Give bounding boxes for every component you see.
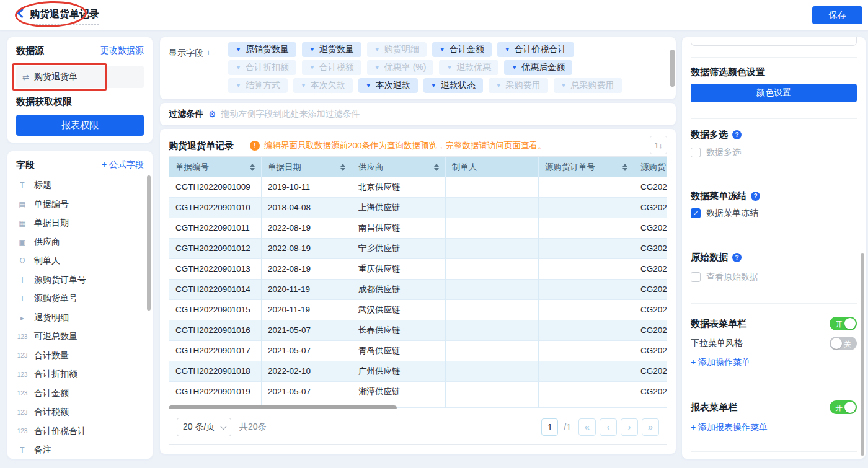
help-icon[interactable]: ? (751, 192, 760, 201)
table-row[interactable]: CGTH202209010102018-04-08上海供应链CG2022 (169, 198, 667, 218)
display-field-chip[interactable]: ▼退款优惠 (439, 60, 498, 75)
menu-freeze-checkbox-row[interactable]: ✓ 数据菜单冻结 (691, 207, 857, 219)
field-item[interactable]: T标题 (16, 176, 144, 195)
display-field-chip[interactable]: ▼合计税额 (302, 60, 361, 75)
display-field-chip[interactable]: ▼本次欠款 (293, 78, 353, 93)
field-item[interactable]: 123可退总数量 (16, 327, 144, 347)
page-number-input[interactable] (541, 418, 558, 436)
table-row[interactable]: CGTH202209010192021-05-07湘潭供应链CG2022 (169, 382, 667, 402)
sort-arrows-icon[interactable] (434, 164, 439, 171)
toggle-off[interactable]: 关 (830, 337, 857, 350)
display-field-chip[interactable]: ▼购货明细 (367, 42, 427, 57)
table-title-row: 购货退货单记录 ! 编辑界面只取数据源前200条作为查询数据预览，完整数据请访问… (169, 136, 667, 155)
display-field-chip[interactable]: ▼合计价税合计 (497, 42, 574, 57)
page-size-select[interactable]: 20 条/页 (177, 418, 231, 436)
display-field-chip[interactable]: ▼总采购费用 (554, 78, 622, 93)
gear-icon[interactable]: ⚙ (208, 109, 216, 119)
add-formula-field-link[interactable]: + 公式字段 (102, 159, 144, 170)
help-icon[interactable]: ? (732, 253, 742, 262)
field-label: 标题 (34, 180, 51, 191)
chip-label: 合计税额 (319, 62, 354, 73)
field-item[interactable]: Ω制单人 (16, 252, 144, 271)
display-fields-label: 显示字段+ (169, 48, 211, 59)
field-item[interactable]: 123合计金额 (16, 384, 144, 404)
display-field-chip[interactable]: ▼退货数量 (302, 42, 361, 57)
next-page-button[interactable]: › (621, 418, 638, 436)
table-row[interactable]: CGTH202209010092019-10-11北京供应链CG2022 (169, 177, 667, 198)
table-row[interactable]: CGTH202209010152020-11-19武汉供应链CG2022 (169, 300, 667, 320)
display-field-chip[interactable]: ▼原销货数量 (228, 42, 296, 57)
checkbox-unchecked[interactable] (691, 272, 701, 282)
field-item[interactable]: Ⅰ源购货订单号 (16, 271, 144, 290)
field-item[interactable]: 123合计数量 (16, 347, 144, 366)
sort-arrows-icon[interactable] (340, 164, 345, 171)
add-action-menu-link[interactable]: + 添加操作菜单 (691, 357, 857, 368)
first-page-button[interactable]: « (578, 418, 596, 436)
sort-order-tool[interactable]: 1↓ (650, 136, 667, 154)
table-cell: 2022-08-19 (262, 259, 352, 280)
field-item[interactable]: 123合计折扣额 (16, 365, 144, 384)
chevron-down-icon: ▼ (309, 64, 315, 71)
save-button[interactable]: 保存 (812, 6, 862, 24)
display-field-chip[interactable]: ▼结算方式 (228, 78, 288, 93)
partially-visible-input[interactable] (691, 37, 857, 46)
display-field-chip[interactable]: ▼本次退款 (358, 78, 418, 93)
multi-select-checkbox-row[interactable]: 数据多选 (691, 146, 857, 159)
table-cell: CGTH20220901013 (169, 259, 262, 280)
datasource-item[interactable]: ⇄ 购货退货单 (16, 66, 144, 88)
field-item[interactable]: ▣供应商 (16, 233, 144, 252)
add-display-field-icon[interactable]: + (206, 48, 211, 58)
display-field-chip[interactable]: ▼采购费用 (489, 78, 548, 93)
add-report-action-menu-link[interactable]: + 添加报表操作菜单 (691, 422, 857, 433)
number-icon: 123 (16, 409, 29, 416)
table-panel: 购货退货单记录 ! 编辑界面只取数据源前200条作为查询数据预览，完整数据请访问… (160, 129, 676, 454)
field-item[interactable]: ▦单据日期 (16, 214, 144, 233)
color-settings-button[interactable]: 颜色设置 (691, 84, 857, 102)
settings-scrollbar-thumb[interactable] (861, 253, 864, 456)
display-field-chip[interactable]: ▼优惠率 (%) (367, 60, 434, 75)
table-row[interactable]: CGTH202209010122022-08-19宁乡供应链CG2022 (169, 239, 667, 259)
prev-page-button[interactable]: ‹ (600, 418, 617, 436)
field-item[interactable]: 123合计价税合计 (16, 422, 144, 441)
chips-scrollbar-thumb[interactable] (670, 50, 675, 87)
sort-arrows-icon[interactable] (250, 164, 255, 171)
sort-desc-icon (340, 168, 345, 171)
field-item[interactable]: Ⅰ源购货单号 (16, 289, 144, 309)
field-item[interactable]: ▤单据编号 (16, 195, 144, 214)
table-row[interactable]: CGTH202209010162021-05-07长春供应链CG2022 (169, 320, 667, 341)
checkbox-unchecked[interactable] (691, 148, 701, 157)
chip-row: ▼合计折扣额▼合计税额▼优惠率 (%)▼退款优惠▼优惠后金额 (228, 60, 663, 75)
column-header[interactable]: 源购货订单号 (539, 157, 634, 177)
display-field-chip[interactable]: ▼优惠后金额 (504, 60, 572, 75)
raw-data-checkbox-row[interactable]: 查看原始数据 (691, 271, 857, 283)
toggle-on[interactable]: 开 (830, 400, 857, 414)
column-header[interactable]: 供应商 (352, 157, 446, 177)
table-row[interactable]: CGTH202209010182022-02-10广州供应链CG2022 (169, 361, 667, 382)
display-field-chip[interactable]: ▼退款状态 (423, 78, 483, 93)
field-item[interactable]: 123合计税额 (16, 403, 144, 422)
table-row[interactable]: CGTH202209010172021-05-07青岛供应链CG2022 (169, 341, 667, 361)
column-header[interactable]: 单据编号 (169, 157, 262, 177)
sort-arrows-icon[interactable] (622, 164, 627, 171)
last-page-button[interactable]: » (642, 418, 659, 436)
table-row[interactable]: CGTH202209010132022-08-19重庆供应链CG2022 (169, 259, 667, 280)
display-field-chip[interactable]: ▼合计折扣额 (228, 60, 296, 75)
datasource-panel: 数据源 更改数据源 ⇄ 购货退货单 数据获取权限 报表权限 (7, 37, 153, 143)
back-icon[interactable] (17, 9, 27, 19)
field-item[interactable]: T备注 (16, 441, 144, 459)
display-field-chip[interactable]: ▼合计金额 (432, 42, 492, 57)
change-datasource-link[interactable]: 更改数据源 (100, 45, 144, 56)
checkbox-checked[interactable]: ✓ (691, 208, 701, 218)
toggle-on[interactable]: 开 (830, 317, 857, 330)
column-header[interactable]: 制单人 (446, 157, 539, 177)
table-row[interactable]: CGTH202209010112022-08-19南昌供应链CG2022 (169, 218, 667, 239)
report-permission-button[interactable]: 报表权限 (16, 115, 144, 136)
column-header[interactable]: 单据日期 (262, 157, 352, 177)
column-header[interactable]: 源购货单 (634, 157, 667, 177)
help-icon[interactable]: ? (732, 130, 742, 139)
divider (691, 57, 857, 58)
table-row[interactable]: CGTH202209010142020-11-19成都供应链CG2022 (169, 280, 667, 300)
top-header: 购货退货单记录 保存 (0, 0, 868, 30)
field-item[interactable]: ▸退货明细 (16, 309, 144, 328)
fields-scrollbar-thumb[interactable] (147, 175, 151, 311)
